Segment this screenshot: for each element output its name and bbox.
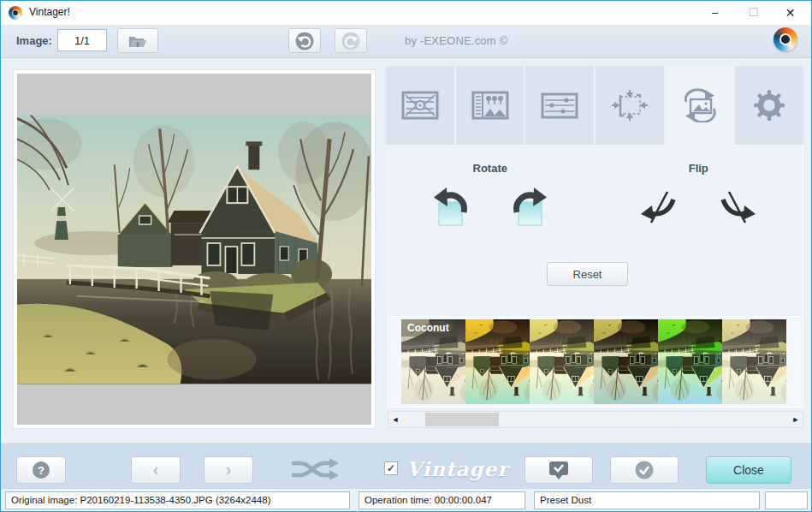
bottom-toolbar: ? ‹ › ✓ Vintager [1,442,811,490]
tool-tabs [386,66,803,145]
image-index-input[interactable] [57,29,107,51]
open-image-button[interactable] [117,28,158,53]
effects-tab[interactable] [386,66,454,145]
folder-open-icon [128,34,147,48]
rotate-flip-icon [679,88,720,122]
apply-check-icon [634,460,655,480]
preset-thumbnail[interactable]: Coconut [401,319,465,404]
next-image-button[interactable]: › [204,456,253,484]
flip-horizontal-button[interactable] [638,187,679,228]
close-button[interactable]: Close [706,456,791,484]
preset-scrollbar[interactable]: ◄ ► [388,411,803,428]
vintager-logo-text: Vintager [406,457,508,480]
adjustments-tab[interactable] [525,66,594,145]
flip-title: Flip [595,162,803,175]
settings-gear-icon [750,89,789,122]
redo-icon [341,31,361,51]
rotate-flip-panel: Rotate Flip [386,145,803,314]
status-extra [765,491,808,509]
effects-icon [400,90,440,121]
rotate-left-button[interactable] [433,187,474,228]
reset-button[interactable]: Reset [547,262,628,286]
undo-button[interactable] [288,28,321,53]
maximize-button[interactable]: ☐ [734,1,773,25]
preset-thumbnail[interactable] [722,319,786,404]
scroll-left-icon[interactable]: ◄ [388,412,402,427]
previous-image-button[interactable]: ‹ [131,456,181,484]
rotate-title: Rotate [386,162,595,175]
image-label: Image: [16,34,52,47]
preset-thumbnail[interactable] [465,319,530,404]
adjustments-icon [540,90,579,121]
byline-text: by -EXEONE.com © [405,34,507,47]
preset-thumbnail[interactable] [594,319,658,404]
preview-letterbox [17,74,371,425]
status-operation-time: Operation time: 00:00:00.047 [359,491,525,509]
redo-button[interactable] [335,28,367,53]
presets-icon [471,90,510,121]
preview-panel [13,69,376,429]
resize-tab[interactable] [596,66,664,145]
vintager-window: Vintager! – ☐ ✕ Image: [0,0,812,512]
close-window-button[interactable]: ✕ [771,1,809,25]
undo-icon [294,31,315,51]
photo-preview [17,115,371,384]
save-button[interactable] [525,456,593,484]
status-original-image: Original image: P20160219-113538-4350.JP… [5,491,350,509]
app-icon [9,6,22,20]
preset-thumbnail[interactable] [658,319,722,404]
save-check-icon [548,460,570,480]
preset-thumbnail[interactable] [530,319,594,404]
chevron-left-icon: ‹ [153,461,159,478]
vintager-checkbox[interactable]: ✓ [384,461,398,475]
minimize-button[interactable]: – [696,1,734,25]
rotate-flip-tab[interactable] [666,66,734,145]
window-title: Vintager! [29,6,70,18]
status-preset: Preset Dust [534,491,760,509]
status-bar: Original image: P20160219-113538-4350.JP… [1,489,811,512]
help-button[interactable]: ? [16,456,66,484]
scrollbar-thumb[interactable] [425,413,499,426]
title-bar: Vintager! – ☐ ✕ [1,1,811,26]
preset-name-label: Coconut [401,319,455,336]
presets-tab[interactable] [456,66,525,145]
settings-tab[interactable] [735,66,803,145]
exeone-logo[interactable] [773,27,797,51]
rotate-right-button[interactable] [507,187,548,228]
flip-vertical-button[interactable] [717,187,758,228]
shuffle-icon[interactable] [290,458,340,480]
chevron-right-icon: › [226,461,232,478]
help-icon: ? [33,461,50,479]
scroll-right-icon[interactable]: ► [789,412,803,427]
preset-strip: Coconut [388,316,803,408]
apply-button[interactable] [610,456,679,484]
resize-icon [610,89,649,122]
top-toolbar: Image: by -EXEON [1,25,811,58]
